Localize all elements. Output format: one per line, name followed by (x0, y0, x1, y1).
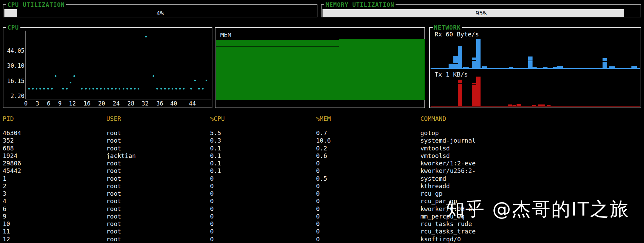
network-chart-title: NETWORK (433, 24, 462, 31)
process-row[interactable]: 1924jacktian0.10.6vmtoolsd (0, 152, 644, 160)
process-cell-user: root (106, 213, 121, 220)
process-cell-user: root (106, 175, 121, 182)
cpu-data-point (89, 88, 90, 90)
rx-bar (463, 67, 469, 68)
tx-bar-tick (458, 83, 462, 84)
process-cell-mem: 10.6 (316, 137, 331, 144)
process-cell-cpu: 0 (210, 197, 214, 205)
process-cell-cpu: 0 (210, 175, 214, 182)
process-cell-command: vmtoolsd (420, 145, 450, 152)
process-row[interactable]: 45442root0.10kworker/u256:2- (0, 167, 644, 175)
process-cell-command: kworker/1:2-eve (420, 160, 476, 167)
cpu-x-tick-label: 12 (66, 100, 79, 107)
tx-baseline (431, 106, 640, 107)
column-header-pid[interactable]: PID (3, 115, 14, 122)
process-cell-mem: 0.5 (316, 175, 327, 182)
cpu-history-chart: CPU 44.0530.1016.152.2003691216202428323… (3, 27, 212, 108)
process-cell-user: root (106, 160, 121, 167)
process-cell-user: root (106, 228, 121, 235)
column-header-user[interactable]: USER (106, 115, 121, 122)
process-row[interactable]: 3root00rcu_gp (0, 190, 644, 197)
cpu-data-point (194, 80, 196, 81)
process-cell-mem: 0 (316, 228, 320, 235)
process-cell-mem: 0 (316, 197, 320, 205)
process-cell-user: root (106, 145, 121, 152)
process-cell-pid: 1924 (3, 152, 17, 159)
process-cell-cpu: 0 (210, 220, 214, 227)
cpu-data-point (183, 88, 185, 90)
cpu-data-point (107, 88, 109, 90)
process-cell-mem: 0 (316, 220, 320, 227)
process-cell-pid: 6 (3, 205, 6, 212)
process-cell-mem: 0.7 (316, 129, 327, 136)
cpu-x-tick-label: 24 (109, 100, 123, 107)
terminal-screen: { "app_title": "gotop system monitor", "… (0, 0, 644, 243)
network-rx-label: Rx 60 Byte/s (434, 31, 480, 38)
process-cell-cpu: 5.5 (210, 129, 221, 136)
process-row[interactable]: 1root00.5systemd (0, 175, 644, 182)
process-cell-cpu: 0 (210, 213, 214, 220)
process-table-header: PIDUSER%CPU%MEMCOMMAND (0, 115, 644, 123)
cpu-data-point (55, 75, 56, 77)
cpu-data-point (202, 88, 204, 90)
column-header-command[interactable]: COMMAND (420, 115, 446, 122)
column-header-cpu[interactable]: %CPU (210, 115, 225, 122)
cpu-y-tick-label: 16.15 (5, 78, 24, 84)
cpu-x-tick-label: 20 (95, 100, 108, 107)
column-header-mem[interactable]: %MEM (316, 115, 331, 122)
mem-area-fill-right (339, 39, 425, 100)
process-cell-user: root (106, 197, 121, 205)
process-cell-pid: 688 (3, 145, 14, 152)
process-cell-user: root (106, 137, 121, 144)
process-row[interactable]: 12root00ksoftirqd/0 (0, 236, 644, 243)
memory-history-chart: MEM (215, 27, 425, 108)
cpu-y-tick-label: 2.20 (5, 93, 24, 99)
process-row[interactable]: 352root0.310.6systemd-journal (0, 137, 644, 144)
mem-chart-label: MEM (220, 31, 232, 38)
process-cell-user: root (106, 129, 121, 136)
cpu-y-tick-label: 30.10 (5, 62, 24, 69)
process-cell-pid: 12 (3, 236, 10, 243)
rx-bar (449, 64, 453, 68)
process-cell-cpu: 0.1 (210, 152, 221, 159)
cpu-data-point (62, 88, 64, 90)
memory-gauge-value: 95% (321, 9, 641, 17)
process-cell-mem: 0 (316, 167, 320, 174)
cpu-chart-title: CPU (6, 24, 20, 31)
process-cell-cpu: 0 (210, 228, 214, 235)
rx-bar (458, 46, 462, 68)
rx-bar-tick (528, 61, 533, 61)
process-cell-command: ksoftirqd/0 (420, 236, 461, 243)
rx-bar (509, 67, 513, 68)
process-row[interactable]: 2root00kthreadd (0, 182, 644, 190)
cpu-x-tick-label: 36 (153, 100, 167, 107)
cpu-data-point (51, 88, 53, 90)
process-cell-user: root (106, 236, 121, 243)
process-cell-mem: 0 (316, 182, 320, 190)
rx-bar (603, 58, 607, 68)
process-cell-mem: 0 (316, 160, 320, 167)
process-row[interactable]: 688root0.10.2vmtoolsd (0, 145, 644, 152)
process-cell-cpu: 0.1 (210, 160, 221, 167)
rx-bar (557, 66, 563, 68)
cpu-data-point (130, 88, 132, 90)
cpu-data-point (206, 80, 207, 81)
cpu-data-point (111, 88, 113, 90)
process-cell-user: root (106, 167, 121, 174)
cpu-data-point (123, 88, 124, 90)
cpu-data-point (198, 88, 200, 90)
cpu-data-point (32, 88, 34, 90)
tx-bar (458, 80, 462, 106)
process-row[interactable]: 11root00rcu_tasks_trace (0, 228, 644, 235)
process-cell-pid: 29806 (3, 160, 21, 167)
rx-bar-tick (453, 63, 458, 64)
tx-bar (508, 104, 512, 106)
process-row[interactable]: 46304root5.50.7gotop (0, 129, 644, 137)
memory-utilization-gauge: MEMORY UTILIZATION 95% (321, 4, 641, 17)
cpu-data-point (164, 88, 166, 90)
cpu-data-point (160, 88, 162, 90)
cpu-data-point (81, 88, 83, 90)
cpu-x-tick-label: 9 (53, 100, 67, 107)
process-row[interactable]: 29806root0.10kworker/1:2-eve (0, 160, 644, 167)
cpu-data-point (85, 88, 87, 90)
